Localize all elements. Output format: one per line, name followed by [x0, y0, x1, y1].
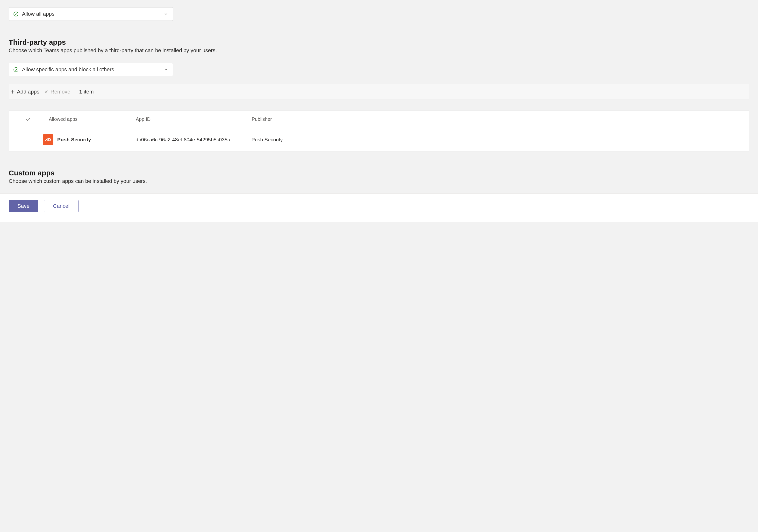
microsoft-apps-dropdown[interactable]: Allow all apps [9, 7, 173, 21]
save-button[interactable]: Save [9, 200, 38, 212]
item-count-suffix: item [82, 89, 94, 95]
publisher-value: Push Security [246, 137, 744, 143]
checkmark-circle-icon [13, 11, 18, 17]
third-party-apps-title: Third-party apps [9, 38, 749, 46]
select-all-checkbox[interactable] [14, 117, 43, 122]
footer-action-bar: Save Cancel [0, 194, 758, 222]
app-id-value: db06ca6c-96a2-48ef-804e-54295b5c035a [130, 137, 246, 143]
app-name: Push Security [57, 137, 91, 143]
item-count-number: 1 [79, 89, 82, 95]
column-header-allowed-apps[interactable]: Allowed apps [43, 111, 130, 128]
allowed-apps-table: Allowed apps App ID Publisher Push Secur… [9, 110, 749, 152]
table-header: Allowed apps App ID Publisher [9, 111, 749, 128]
column-header-app-id[interactable]: App ID [130, 111, 246, 128]
app-icon [43, 134, 53, 145]
remove-apps-button-label: Remove [51, 89, 70, 95]
svg-point-1 [14, 67, 18, 72]
remove-apps-button[interactable]: Remove [44, 89, 70, 95]
svg-point-0 [14, 12, 18, 16]
third-party-apps-dropdown[interactable]: Allow specific apps and block all others [9, 63, 173, 76]
chevron-down-icon [163, 12, 168, 17]
third-party-apps-dropdown-label: Allow specific apps and block all others [22, 66, 163, 73]
toolbar-divider [75, 89, 75, 95]
third-party-apps-description: Choose which Teams apps published by a t… [9, 47, 749, 53]
x-icon [44, 89, 49, 94]
allowed-apps-toolbar: Add apps Remove 1 item [9, 84, 749, 100]
column-header-publisher[interactable]: Publisher [246, 111, 744, 128]
cancel-button[interactable]: Cancel [44, 200, 78, 212]
custom-apps-description: Choose which custom apps can be installe… [9, 178, 749, 184]
table-row[interactable]: Push Security db06ca6c-96a2-48ef-804e-54… [9, 128, 749, 151]
add-apps-button-label: Add apps [17, 89, 39, 95]
item-count: 1 item [79, 89, 94, 95]
checkmark-circle-icon [13, 67, 18, 72]
plus-icon [10, 89, 15, 94]
microsoft-apps-dropdown-label: Allow all apps [22, 11, 163, 17]
add-apps-button[interactable]: Add apps [10, 89, 39, 95]
svg-point-2 [48, 138, 51, 141]
custom-apps-title: Custom apps [9, 169, 749, 177]
chevron-down-icon [163, 67, 168, 72]
